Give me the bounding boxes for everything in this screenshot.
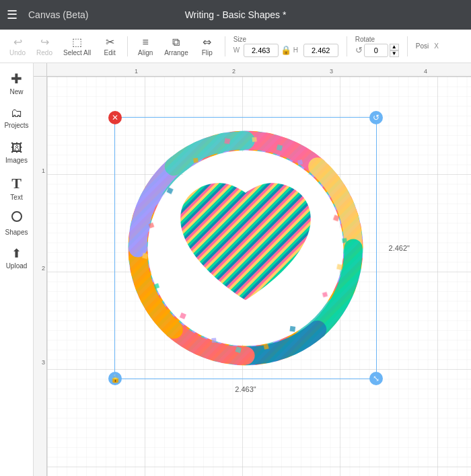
arrange-button[interactable]: ⧉ Arrange xyxy=(160,33,192,60)
ruler-tick-4: 4 xyxy=(424,68,427,75)
upload-icon: ⬆ xyxy=(11,246,22,261)
width-label: W xyxy=(233,46,242,54)
flip-button[interactable]: ⇔ Flip xyxy=(195,33,219,60)
menu-icon[interactable]: ☰ xyxy=(7,7,17,22)
shapes-label: Shapes xyxy=(5,229,28,236)
rotate-icon: ↺ xyxy=(355,45,363,55)
svg-point-0 xyxy=(12,212,22,221)
images-label: Images xyxy=(5,157,28,164)
text-icon: T xyxy=(11,175,22,192)
separator-4 xyxy=(407,36,408,56)
text-label: Text xyxy=(10,194,22,201)
select-all-icon: ⬚ xyxy=(72,36,82,48)
redo-button[interactable]: ↪ Redo xyxy=(32,33,57,60)
separator-1 xyxy=(127,36,128,56)
grid-lines xyxy=(47,77,471,476)
svg-rect-2 xyxy=(47,77,471,476)
ruler-tick-left-1: 1 xyxy=(42,167,45,174)
select-all-button[interactable]: ⬚ Select All xyxy=(59,33,95,60)
rotate-up-button[interactable]: ▲ xyxy=(390,44,399,50)
undo-icon: ↩ xyxy=(13,36,22,48)
new-label: New xyxy=(9,88,23,95)
separator-3 xyxy=(347,36,347,56)
ruler-tick-left-3: 3 xyxy=(42,359,45,366)
sidebar-item-new[interactable]: ✚ New xyxy=(2,66,32,100)
sidebar-item-text[interactable]: T Text xyxy=(2,171,32,204)
ruler-tick-3: 3 xyxy=(330,68,333,75)
height-input[interactable] xyxy=(303,44,338,57)
rotate-group: Rotate ↺ ▲ ▼ xyxy=(355,36,399,57)
rotate-input[interactable] xyxy=(364,44,388,57)
edit-icon: ✂ xyxy=(106,36,114,48)
lock-dimension-icon[interactable]: 🔒 xyxy=(281,45,291,55)
x-label: X xyxy=(434,42,439,50)
align-icon: ≡ xyxy=(142,36,148,48)
sidebar-item-images[interactable]: 🖼 Images xyxy=(2,136,32,169)
height-input-row: H xyxy=(293,44,338,57)
app-title: Canvas (Beta) xyxy=(28,9,88,20)
edit-button[interactable]: ✂ Edit xyxy=(98,33,122,60)
rotate-spinners: ▲ ▼ xyxy=(390,44,399,57)
redo-icon: ↪ xyxy=(40,36,49,48)
projects-label: Projects xyxy=(4,122,28,129)
size-label: Size xyxy=(233,36,338,43)
ruler-corner xyxy=(34,63,47,77)
separator-2 xyxy=(225,36,225,56)
width-input[interactable] xyxy=(244,44,279,57)
sidebar-item-shapes[interactable]: Shapes xyxy=(2,206,32,239)
position-label: Posi xyxy=(416,42,429,50)
projects-icon: 🗂 xyxy=(11,106,23,120)
ruler-tick-left-2: 2 xyxy=(42,265,45,272)
topbar: ☰ Canvas (Beta) Writing - Basic Shapes * xyxy=(0,0,471,30)
ruler-tick-1: 1 xyxy=(135,68,138,75)
ruler-left: 1 2 3 xyxy=(34,77,47,476)
flip-icon: ⇔ xyxy=(203,36,211,48)
size-group: Size W 🔒 H xyxy=(233,36,338,57)
images-icon: 🖼 xyxy=(11,141,23,155)
grid-canvas: ✕ ↺ 🔒 ⤡ 2.462" 2.463" xyxy=(47,77,471,476)
height-label: H xyxy=(293,46,301,54)
sidebar: ✚ New 🗂 Projects 🖼 Images T Text Shapes … xyxy=(0,63,34,476)
new-icon: ✚ xyxy=(11,71,22,87)
canvas-area[interactable]: 1 2 3 4 1 2 3 ✕ xyxy=(34,63,471,476)
ruler-top: 1 2 3 4 xyxy=(47,63,471,77)
sidebar-item-projects[interactable]: 🗂 Projects xyxy=(2,101,32,134)
doc-title: Writing - Basic Shapes * xyxy=(185,9,287,20)
toolbar: ↩ Undo ↪ Redo ⬚ Select All ✂ Edit ≡ Alig… xyxy=(0,30,471,63)
undo-button[interactable]: ↩ Undo xyxy=(5,33,30,60)
width-input-row: W xyxy=(233,44,279,57)
arrange-icon: ⧉ xyxy=(172,36,180,48)
rotate-down-button[interactable]: ▼ xyxy=(390,50,399,57)
sidebar-item-upload[interactable]: ⬆ Upload xyxy=(2,241,32,274)
rotate-label: Rotate xyxy=(355,36,399,43)
shapes-icon xyxy=(9,209,24,227)
align-button[interactable]: ≡ Align xyxy=(133,33,157,60)
upload-label: Upload xyxy=(6,262,28,270)
ruler-tick-2: 2 xyxy=(232,68,236,75)
